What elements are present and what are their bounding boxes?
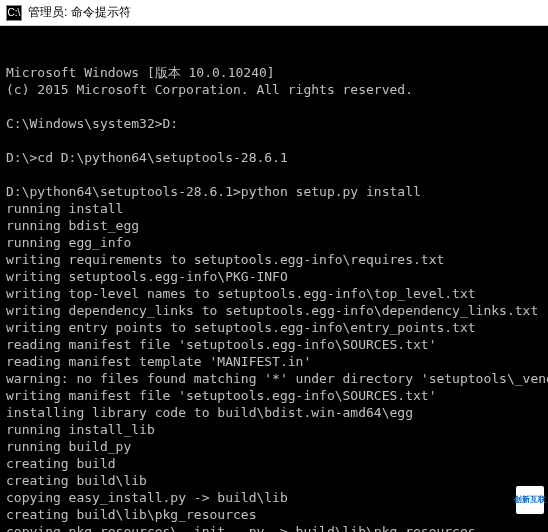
cmd-icon: C:\ — [6, 5, 22, 21]
terminal-line: running bdist_egg — [6, 217, 542, 234]
terminal-line: copying easy_install.py -> build\lib — [6, 489, 542, 506]
terminal-line: running build_py — [6, 438, 542, 455]
command-prompt-window: C:\ 管理员: 命令提示符 Microsoft Windows [版本 10.… — [0, 0, 548, 532]
terminal-line — [6, 166, 542, 183]
terminal-line — [6, 132, 542, 149]
terminal-line: writing entry points to setuptools.egg-i… — [6, 319, 542, 336]
terminal-line: copying pkg_resources\__init__.py -> bui… — [6, 523, 542, 532]
terminal-output[interactable]: Microsoft Windows [版本 10.0.10240](c) 201… — [0, 26, 548, 532]
terminal-line: writing dependency_links to setuptools.e… — [6, 302, 542, 319]
terminal-line — [6, 98, 542, 115]
terminal-line: C:\Windows\system32>D: — [6, 115, 542, 132]
terminal-line: creating build\lib — [6, 472, 542, 489]
terminal-line: writing top-level names to setuptools.eg… — [6, 285, 542, 302]
terminal-line: Microsoft Windows [版本 10.0.10240] — [6, 64, 542, 81]
watermark-badge: 创新互联 — [516, 486, 544, 514]
terminal-line: running egg_info — [6, 234, 542, 251]
terminal-line: creating build — [6, 455, 542, 472]
titlebar[interactable]: C:\ 管理员: 命令提示符 — [0, 0, 548, 26]
terminal-line: running install — [6, 200, 542, 217]
window-title: 管理员: 命令提示符 — [28, 4, 131, 21]
terminal-line: writing setuptools.egg-info\PKG-INFO — [6, 268, 542, 285]
terminal-line: D:\python64\setuptools-28.6.1>python set… — [6, 183, 542, 200]
terminal-line: D:\>cd D:\python64\setuptools-28.6.1 — [6, 149, 542, 166]
terminal-line: writing manifest file 'setuptools.egg-in… — [6, 387, 542, 404]
terminal-line: running install_lib — [6, 421, 542, 438]
terminal-line: reading manifest file 'setuptools.egg-in… — [6, 336, 542, 353]
terminal-line: reading manifest template 'MANIFEST.in' — [6, 353, 542, 370]
terminal-line: (c) 2015 Microsoft Corporation. All righ… — [6, 81, 542, 98]
terminal-line: creating build\lib\pkg_resources — [6, 506, 542, 523]
terminal-line: installing library code to build\bdist.w… — [6, 404, 542, 421]
terminal-line: writing requirements to setuptools.egg-i… — [6, 251, 542, 268]
terminal-line: warning: no files found matching '*' und… — [6, 370, 542, 387]
